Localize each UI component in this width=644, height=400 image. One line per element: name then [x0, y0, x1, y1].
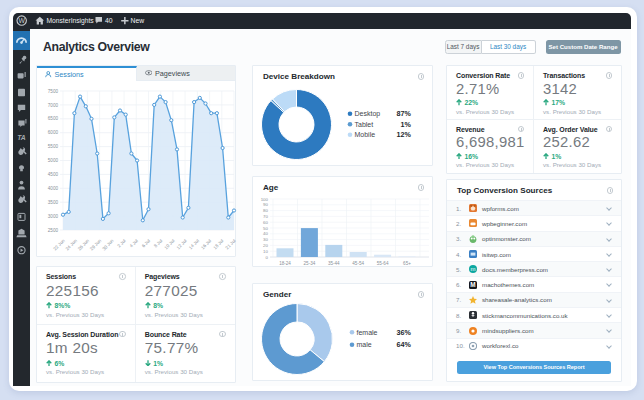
svg-text:55-64: 55-64 — [377, 261, 389, 266]
svg-text:male: male — [357, 341, 372, 348]
svg-text:26 Jun: 26 Jun — [77, 238, 91, 252]
svg-text:40: 40 — [105, 17, 113, 24]
svg-text:7000: 7000 — [48, 103, 59, 108]
svg-text:80: 80 — [263, 208, 268, 213]
svg-text:1%: 1% — [401, 120, 412, 129]
svg-text:45-54: 45-54 — [352, 261, 364, 266]
svg-text:50: 50 — [263, 226, 268, 231]
svg-text:Desktop: Desktop — [355, 110, 381, 118]
svg-text:30 Jun: 30 Jun — [101, 238, 115, 252]
svg-text:Tablet: Tablet — [355, 121, 374, 128]
svg-text:TA: TA — [17, 133, 26, 140]
svg-text:6 Jul: 6 Jul — [141, 238, 151, 248]
svg-text:22 Jun: 22 Jun — [52, 238, 66, 252]
svg-text:7500: 7500 — [48, 89, 59, 94]
svg-text:4500: 4500 — [48, 172, 59, 177]
svg-text:36%: 36% — [397, 328, 412, 337]
svg-text:24 Jun: 24 Jun — [65, 238, 79, 252]
svg-text:MonsterInsights: MonsterInsights — [47, 17, 95, 25]
svg-text:70: 70 — [263, 214, 268, 219]
svg-text:35-44: 35-44 — [328, 261, 340, 266]
svg-text:0: 0 — [266, 255, 269, 260]
svg-text:6000: 6000 — [48, 130, 59, 135]
svg-text:14 Jul: 14 Jul — [188, 238, 200, 250]
svg-text:m: m — [471, 267, 476, 273]
svg-text:10 Jul: 10 Jul — [163, 238, 175, 250]
svg-text:87%: 87% — [397, 109, 412, 118]
svg-text:12%: 12% — [397, 130, 412, 139]
svg-text:20: 20 — [263, 243, 268, 248]
svg-text:18-24: 18-24 — [279, 261, 291, 266]
svg-text:65+: 65+ — [403, 261, 411, 266]
svg-text:3500: 3500 — [48, 200, 59, 205]
svg-text:W: W — [18, 17, 25, 24]
svg-text:2500: 2500 — [48, 228, 59, 233]
svg-text:5000: 5000 — [48, 158, 59, 163]
svg-text:10: 10 — [263, 249, 268, 254]
svg-text:4000: 4000 — [48, 186, 59, 191]
svg-text:30: 30 — [263, 237, 268, 242]
svg-text:6500: 6500 — [48, 116, 59, 121]
svg-text:M: M — [470, 281, 475, 288]
svg-text:3000: 3000 — [48, 214, 59, 219]
svg-text:18 Jul: 18 Jul — [212, 238, 224, 250]
svg-text:Mobile: Mobile — [355, 131, 376, 138]
svg-text:12 Jul: 12 Jul — [176, 238, 188, 250]
svg-text:female: female — [357, 329, 378, 336]
svg-text:New: New — [131, 17, 145, 24]
svg-text:4 Jul: 4 Jul — [129, 238, 139, 248]
svg-text:16 Jul: 16 Jul — [200, 238, 212, 250]
svg-text:2 Jul: 2 Jul — [116, 238, 126, 248]
svg-text:21 Jul: 21 Jul — [224, 238, 236, 250]
svg-text:64%: 64% — [397, 340, 412, 349]
svg-text:29 Jun: 29 Jun — [89, 238, 103, 252]
svg-text:40: 40 — [263, 231, 268, 236]
svg-text:8 Jul: 8 Jul — [153, 238, 163, 248]
svg-text:5500: 5500 — [48, 144, 59, 149]
svg-text:25-34: 25-34 — [304, 261, 316, 266]
svg-text:90: 90 — [263, 202, 268, 207]
svg-text:60: 60 — [263, 220, 268, 225]
svg-text:100: 100 — [261, 197, 269, 202]
